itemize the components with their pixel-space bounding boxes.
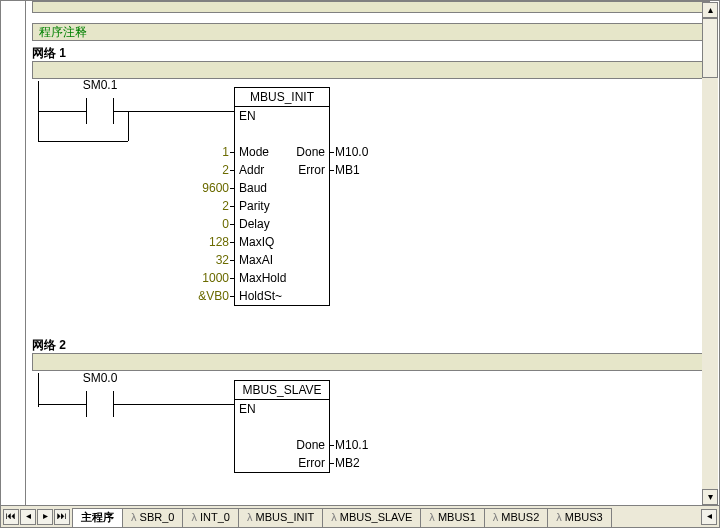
contact-label: SM0.1: [72, 78, 128, 92]
network-1-comment-bar[interactable]: [32, 61, 710, 79]
wire: [128, 111, 234, 112]
scroll-thumb[interactable]: [702, 18, 718, 78]
tab-mbus-init[interactable]: λ MBUS_INIT: [238, 508, 323, 527]
tab-bar: ⏮ ◂ ▸ ⏭ 主程序 λ SBR_0 λ INT_0 λ MBUS_INIT …: [1, 505, 719, 527]
tab-int-0[interactable]: λ INT_0: [182, 508, 239, 527]
tab-sbr-0[interactable]: λ SBR_0: [122, 508, 183, 527]
wire: [128, 111, 129, 141]
scroll-down-button[interactable]: ▾: [702, 489, 718, 505]
tab-mbus1[interactable]: λ MBUS1: [420, 508, 484, 527]
contact-sm00[interactable]: SM0.0: [72, 389, 128, 419]
left-gutter: [1, 1, 25, 527]
tab-nav-next-button[interactable]: ▸: [37, 509, 53, 525]
program-comment-bar[interactable]: 程序注释: [32, 23, 710, 41]
wire: [38, 111, 72, 112]
vertical-scrollbar[interactable]: ▴ ▾: [702, 2, 718, 505]
block-title: MBUS_SLAVE: [235, 381, 329, 400]
tab-nav-last-button[interactable]: ⏭: [54, 509, 70, 525]
network-1-label: 网络 1: [32, 45, 66, 62]
pin-en: EN: [239, 109, 256, 123]
tab-nav-prev-button[interactable]: ◂: [20, 509, 36, 525]
contact-sm01[interactable]: SM0.1: [72, 96, 128, 126]
tabs: 主程序 λ SBR_0 λ INT_0 λ MBUS_INIT λ MBUS_S…: [72, 506, 611, 527]
tab-mbus3[interactable]: λ MBUS3: [547, 508, 611, 527]
wire: [38, 141, 128, 142]
block-title: MBUS_INIT: [235, 88, 329, 107]
network-2-comment-bar[interactable]: [32, 353, 710, 371]
wire: [38, 404, 72, 405]
pin-en: EN: [239, 402, 256, 416]
tab-mbus2[interactable]: λ MBUS2: [484, 508, 548, 527]
main-frame: 程序注释 网络 1 SM0.1 MBUS_INIT EN: [0, 0, 720, 528]
tab-mainprogram[interactable]: 主程序: [72, 508, 123, 527]
tab-mbus-slave[interactable]: λ MBUS_SLAVE: [322, 508, 421, 527]
contact-label: SM0.0: [72, 371, 128, 385]
rail-left-2: [38, 373, 39, 407]
block-mbus-slave[interactable]: MBUS_SLAVE EN Done M10.1 Error MB2: [234, 380, 330, 473]
scroll-up-button[interactable]: ▴: [702, 2, 718, 18]
hscroll-left-button[interactable]: ◂: [701, 509, 717, 525]
title-comment-bar: [32, 1, 710, 13]
wire: [128, 404, 234, 405]
tab-nav-first-button[interactable]: ⏮: [3, 509, 19, 525]
ladder-canvas: 程序注释 网络 1 SM0.1 MBUS_INIT EN: [25, 1, 718, 505]
block-mbus-init[interactable]: MBUS_INIT EN 1 Mode Done M10.0 2 Addr Er…: [234, 87, 330, 306]
network-2-label: 网络 2: [32, 337, 66, 354]
tab-nav-buttons: ⏮ ◂ ▸ ⏭: [1, 506, 72, 527]
